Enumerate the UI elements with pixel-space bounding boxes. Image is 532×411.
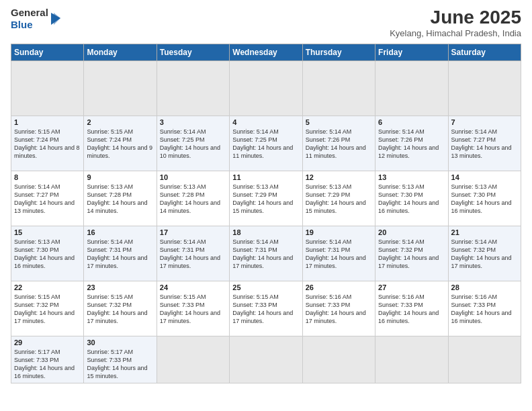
table-cell <box>375 61 448 116</box>
col-saturday: Saturday <box>448 44 521 61</box>
day-info: Sunrise: 5:16 AMSunset: 7:33 PMDaylight:… <box>451 293 518 326</box>
day-number: 14 <box>451 173 518 181</box>
day-number: 10 <box>160 173 226 181</box>
table-cell <box>302 61 375 116</box>
logo-general: General <box>11 7 48 18</box>
table-cell: 27Sunrise: 5:16 AMSunset: 7:33 PMDayligh… <box>375 281 448 336</box>
day-info: Sunrise: 5:13 AMSunset: 7:29 PMDaylight:… <box>232 183 299 216</box>
day-info: Sunrise: 5:14 AMSunset: 7:32 PMDaylight:… <box>378 238 445 271</box>
day-info: Sunrise: 5:14 AMSunset: 7:31 PMDaylight:… <box>306 238 372 271</box>
table-cell: 8Sunrise: 5:14 AMSunset: 7:27 PMDaylight… <box>11 171 84 226</box>
table-cell: 22Sunrise: 5:15 AMSunset: 7:32 PMDayligh… <box>11 281 84 336</box>
day-number: 16 <box>87 228 153 236</box>
table-cell <box>84 61 157 116</box>
logo-blue: Blue <box>11 19 33 30</box>
day-number: 29 <box>14 338 81 347</box>
day-info: Sunrise: 5:13 AMSunset: 7:29 PMDaylight:… <box>306 183 372 216</box>
day-number: 20 <box>378 228 445 236</box>
table-cell: 26Sunrise: 5:16 AMSunset: 7:33 PMDayligh… <box>302 281 375 336</box>
table-cell: 29Sunrise: 5:17 AMSunset: 7:33 PMDayligh… <box>11 336 84 383</box>
table-cell <box>448 61 521 116</box>
day-number: 2 <box>87 118 153 126</box>
table-cell: 18Sunrise: 5:14 AMSunset: 7:31 PMDayligh… <box>230 226 302 281</box>
table-cell: 11Sunrise: 5:13 AMSunset: 7:29 PMDayligh… <box>230 171 302 226</box>
day-info: Sunrise: 5:14 AMSunset: 7:25 PMDaylight:… <box>160 128 226 161</box>
day-info: Sunrise: 5:15 AMSunset: 7:32 PMDaylight:… <box>14 293 81 326</box>
table-cell <box>230 336 302 383</box>
day-info: Sunrise: 5:13 AMSunset: 7:30 PMDaylight:… <box>378 183 445 216</box>
day-info: Sunrise: 5:14 AMSunset: 7:31 PMDaylight:… <box>87 238 153 271</box>
day-number: 1 <box>14 118 81 126</box>
table-cell: 3Sunrise: 5:14 AMSunset: 7:25 PMDaylight… <box>157 116 229 171</box>
table-cell: 4Sunrise: 5:14 AMSunset: 7:25 PMDaylight… <box>230 116 302 171</box>
day-info: Sunrise: 5:17 AMSunset: 7:33 PMDaylight:… <box>14 348 81 381</box>
day-info: Sunrise: 5:15 AMSunset: 7:24 PMDaylight:… <box>14 128 81 161</box>
day-number: 15 <box>14 228 81 236</box>
location: Kyelang, Himachal Pradesh, India <box>390 28 521 38</box>
day-number: 6 <box>378 118 445 126</box>
day-info: Sunrise: 5:16 AMSunset: 7:33 PMDaylight:… <box>378 293 445 326</box>
day-info: Sunrise: 5:15 AMSunset: 7:24 PMDaylight:… <box>87 128 153 161</box>
table-cell: 14Sunrise: 5:13 AMSunset: 7:30 PMDayligh… <box>448 171 521 226</box>
table-cell: 16Sunrise: 5:14 AMSunset: 7:31 PMDayligh… <box>84 226 157 281</box>
day-info: Sunrise: 5:14 AMSunset: 7:26 PMDaylight:… <box>306 128 372 161</box>
table-cell <box>375 336 448 383</box>
day-info: Sunrise: 5:13 AMSunset: 7:28 PMDaylight:… <box>160 183 226 216</box>
table-cell: 19Sunrise: 5:14 AMSunset: 7:31 PMDayligh… <box>302 226 375 281</box>
day-info: Sunrise: 5:14 AMSunset: 7:25 PMDaylight:… <box>232 128 299 161</box>
month-title: June 2025 <box>390 7 521 28</box>
table-cell: 7Sunrise: 5:14 AMSunset: 7:27 PMDaylight… <box>448 116 521 171</box>
table-cell: 15Sunrise: 5:13 AMSunset: 7:30 PMDayligh… <box>11 226 84 281</box>
day-info: Sunrise: 5:14 AMSunset: 7:31 PMDaylight:… <box>232 238 299 271</box>
title-block: June 2025 Kyelang, Himachal Pradesh, Ind… <box>390 7 521 38</box>
day-number: 28 <box>451 283 518 291</box>
col-monday: Monday <box>84 44 157 61</box>
table-cell <box>157 336 229 383</box>
logo-text: General Blue <box>11 7 48 31</box>
table-cell: 20Sunrise: 5:14 AMSunset: 7:32 PMDayligh… <box>375 226 448 281</box>
day-info: Sunrise: 5:17 AMSunset: 7:33 PMDaylight:… <box>87 348 153 381</box>
day-info: Sunrise: 5:15 AMSunset: 7:33 PMDaylight:… <box>232 293 299 326</box>
day-number: 24 <box>160 283 226 291</box>
day-number: 4 <box>232 118 299 126</box>
day-number: 17 <box>160 228 226 236</box>
table-cell: 13Sunrise: 5:13 AMSunset: 7:30 PMDayligh… <box>375 171 448 226</box>
table-cell: 25Sunrise: 5:15 AMSunset: 7:33 PMDayligh… <box>230 281 302 336</box>
day-number: 7 <box>451 118 518 126</box>
table-cell: 6Sunrise: 5:14 AMSunset: 7:26 PMDaylight… <box>375 116 448 171</box>
table-cell: 12Sunrise: 5:13 AMSunset: 7:29 PMDayligh… <box>302 171 375 226</box>
page-header: General Blue June 2025 Kyelang, Himachal… <box>11 7 521 38</box>
day-number: 11 <box>232 173 299 181</box>
table-cell: 10Sunrise: 5:13 AMSunset: 7:28 PMDayligh… <box>157 171 229 226</box>
day-number: 3 <box>160 118 226 126</box>
table-cell: 9Sunrise: 5:13 AMSunset: 7:28 PMDaylight… <box>84 171 157 226</box>
table-cell: 2Sunrise: 5:15 AMSunset: 7:24 PMDaylight… <box>84 116 157 171</box>
day-info: Sunrise: 5:13 AMSunset: 7:28 PMDaylight:… <box>87 183 153 216</box>
day-info: Sunrise: 5:14 AMSunset: 7:31 PMDaylight:… <box>160 238 226 271</box>
day-info: Sunrise: 5:14 AMSunset: 7:32 PMDaylight:… <box>451 238 518 271</box>
table-cell <box>448 336 521 383</box>
day-number: 22 <box>14 283 81 291</box>
table-cell: 24Sunrise: 5:15 AMSunset: 7:33 PMDayligh… <box>157 281 229 336</box>
table-cell: 30Sunrise: 5:17 AMSunset: 7:33 PMDayligh… <box>84 336 157 383</box>
day-number: 19 <box>306 228 372 236</box>
calendar-header-row: Sunday Monday Tuesday Wednesday Thursday… <box>11 44 521 61</box>
table-cell: 28Sunrise: 5:16 AMSunset: 7:33 PMDayligh… <box>448 281 521 336</box>
day-info: Sunrise: 5:15 AMSunset: 7:32 PMDaylight:… <box>87 293 153 326</box>
day-info: Sunrise: 5:14 AMSunset: 7:26 PMDaylight:… <box>378 128 445 161</box>
col-sunday: Sunday <box>11 44 84 61</box>
table-cell: 23Sunrise: 5:15 AMSunset: 7:32 PMDayligh… <box>84 281 157 336</box>
day-info: Sunrise: 5:14 AMSunset: 7:27 PMDaylight:… <box>14 183 81 216</box>
day-number: 13 <box>378 173 445 181</box>
day-info: Sunrise: 5:13 AMSunset: 7:30 PMDaylight:… <box>451 183 518 216</box>
table-cell <box>157 61 229 116</box>
day-info: Sunrise: 5:16 AMSunset: 7:33 PMDaylight:… <box>306 293 372 326</box>
table-cell <box>230 61 302 116</box>
day-number: 26 <box>306 283 372 291</box>
day-number: 25 <box>232 283 299 291</box>
day-number: 12 <box>306 173 372 181</box>
table-cell <box>11 61 84 116</box>
day-number: 21 <box>451 228 518 236</box>
table-cell: 17Sunrise: 5:14 AMSunset: 7:31 PMDayligh… <box>157 226 229 281</box>
table-cell: 1Sunrise: 5:15 AMSunset: 7:24 PMDaylight… <box>11 116 84 171</box>
